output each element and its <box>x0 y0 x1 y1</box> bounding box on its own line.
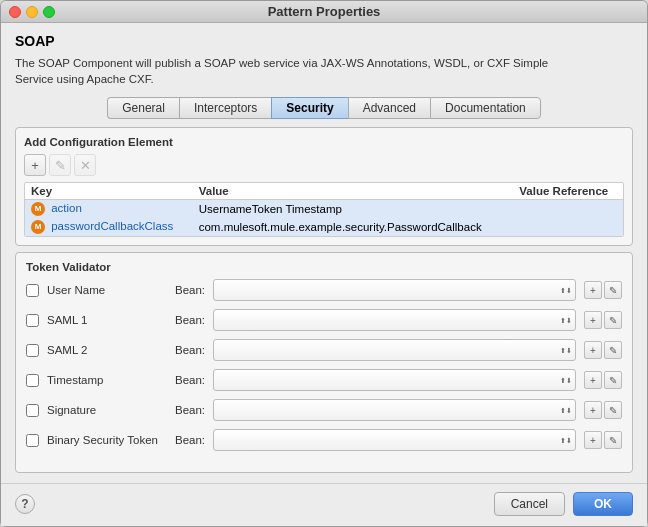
saml2-select-wrapper <box>213 339 576 361</box>
binary-security-token-edit-btn[interactable]: ✎ <box>604 431 622 449</box>
user-name-add-btn[interactable]: + <box>584 281 602 299</box>
table-row[interactable]: M action UsernameToken Timestamp <box>25 200 623 219</box>
saml2-add-btn[interactable]: + <box>584 341 602 359</box>
timestamp-actions: + ✎ <box>584 371 622 389</box>
row2-key: M passwordCallbackClass <box>25 218 193 236</box>
timestamp-select[interactable] <box>213 369 576 391</box>
user-name-bean-label: Bean: <box>175 284 205 296</box>
config-toolbar: + ✎ ✕ <box>24 154 624 176</box>
timestamp-label: Timestamp <box>47 374 167 386</box>
signature-add-btn[interactable]: + <box>584 401 602 419</box>
timestamp-edit-btn[interactable]: ✎ <box>604 371 622 389</box>
user-name-label: User Name <box>47 284 167 296</box>
binary-security-token-actions: + ✎ <box>584 431 622 449</box>
close-button[interactable] <box>9 6 21 18</box>
main-content: SOAP The SOAP Component will publish a S… <box>1 23 647 483</box>
binary-security-token-bean-label: Bean: <box>175 434 205 446</box>
signature-label: Signature <box>47 404 167 416</box>
validator-row-user-name: User Name Bean: + ✎ <box>26 279 622 301</box>
validator-row-timestamp: Timestamp Bean: + ✎ <box>26 369 622 391</box>
add-config-button[interactable]: + <box>24 154 46 176</box>
row1-value: UsernameToken Timestamp <box>193 200 514 219</box>
validator-row-saml1: SAML 1 Bean: + ✎ <box>26 309 622 331</box>
tab-general[interactable]: General <box>107 97 179 119</box>
soap-description: The SOAP Component will publish a SOAP w… <box>15 55 633 87</box>
row1-value-ref <box>513 200 623 219</box>
token-validator-title: Token Validator <box>26 261 622 273</box>
traffic-lights <box>9 6 55 18</box>
soap-header: SOAP <box>15 33 633 49</box>
row1-key-link[interactable]: action <box>51 202 82 214</box>
user-name-checkbox[interactable] <box>26 284 39 297</box>
signature-checkbox[interactable] <box>26 404 39 417</box>
saml1-label: SAML 1 <box>47 314 167 326</box>
tab-documentation[interactable]: Documentation <box>430 97 541 119</box>
binary-security-token-select-wrapper <box>213 429 576 451</box>
saml1-checkbox[interactable] <box>26 314 39 327</box>
binary-security-token-checkbox[interactable] <box>26 434 39 447</box>
saml2-label: SAML 2 <box>47 344 167 356</box>
timestamp-select-wrapper <box>213 369 576 391</box>
edit-config-button[interactable]: ✎ <box>49 154 71 176</box>
titlebar: Pattern Properties <box>1 1 647 23</box>
main-window: Pattern Properties SOAP The SOAP Compone… <box>0 0 648 527</box>
saml1-select[interactable] <box>213 309 576 331</box>
add-config-panel: Add Configuration Element + ✎ ✕ Key Valu… <box>15 127 633 246</box>
user-name-select[interactable] <box>213 279 576 301</box>
row2-key-link[interactable]: passwordCallbackClass <box>51 220 173 232</box>
config-table-area: Key Value Value Reference M action Usern… <box>24 182 624 237</box>
footer-right: Cancel OK <box>494 492 633 516</box>
footer: ? Cancel OK <box>1 483 647 526</box>
user-name-select-wrapper <box>213 279 576 301</box>
timestamp-add-btn[interactable]: + <box>584 371 602 389</box>
help-button[interactable]: ? <box>15 494 35 514</box>
key-icon-1: M <box>31 202 45 216</box>
user-name-actions: + ✎ <box>584 281 622 299</box>
tab-advanced[interactable]: Advanced <box>348 97 430 119</box>
col-key: Key <box>25 183 193 200</box>
table-row[interactable]: M passwordCallbackClass com.mulesoft.mul… <box>25 218 623 236</box>
config-table: Key Value Value Reference M action Usern… <box>25 183 623 236</box>
timestamp-bean-label: Bean: <box>175 374 205 386</box>
col-value-ref: Value Reference <box>513 183 623 200</box>
tab-security[interactable]: Security <box>271 97 347 119</box>
add-config-title: Add Configuration Element <box>24 136 624 148</box>
signature-select[interactable] <box>213 399 576 421</box>
saml2-actions: + ✎ <box>584 341 622 359</box>
signature-select-wrapper <box>213 399 576 421</box>
saml1-bean-label: Bean: <box>175 314 205 326</box>
validator-row-signature: Signature Bean: + ✎ <box>26 399 622 421</box>
ok-button[interactable]: OK <box>573 492 633 516</box>
delete-config-button[interactable]: ✕ <box>74 154 96 176</box>
saml2-checkbox[interactable] <box>26 344 39 357</box>
window-title: Pattern Properties <box>268 4 381 19</box>
signature-actions: + ✎ <box>584 401 622 419</box>
tabs-bar: General Interceptors Security Advanced D… <box>15 97 633 119</box>
validator-row-saml2: SAML 2 Bean: + ✎ <box>26 339 622 361</box>
saml1-actions: + ✎ <box>584 311 622 329</box>
saml2-edit-btn[interactable]: ✎ <box>604 341 622 359</box>
signature-bean-label: Bean: <box>175 404 205 416</box>
saml2-select[interactable] <box>213 339 576 361</box>
tab-interceptors[interactable]: Interceptors <box>179 97 271 119</box>
timestamp-checkbox[interactable] <box>26 374 39 387</box>
row2-value: com.mulesoft.mule.example.security.Passw… <box>193 218 514 236</box>
token-validator-panel: Token Validator User Name Bean: + ✎ SAML… <box>15 252 633 473</box>
key-icon-2: M <box>31 220 45 234</box>
binary-security-token-add-btn[interactable]: + <box>584 431 602 449</box>
validator-row-binary-security-token: Binary Security Token Bean: + ✎ <box>26 429 622 451</box>
saml1-edit-btn[interactable]: ✎ <box>604 311 622 329</box>
row2-value-ref <box>513 218 623 236</box>
binary-security-token-select[interactable] <box>213 429 576 451</box>
row1-key: M action <box>25 200 193 219</box>
saml2-bean-label: Bean: <box>175 344 205 356</box>
col-value: Value <box>193 183 514 200</box>
cancel-button[interactable]: Cancel <box>494 492 565 516</box>
maximize-button[interactable] <box>43 6 55 18</box>
signature-edit-btn[interactable]: ✎ <box>604 401 622 419</box>
user-name-edit-btn[interactable]: ✎ <box>604 281 622 299</box>
minimize-button[interactable] <box>26 6 38 18</box>
saml1-add-btn[interactable]: + <box>584 311 602 329</box>
saml1-select-wrapper <box>213 309 576 331</box>
binary-security-token-label: Binary Security Token <box>47 434 167 446</box>
